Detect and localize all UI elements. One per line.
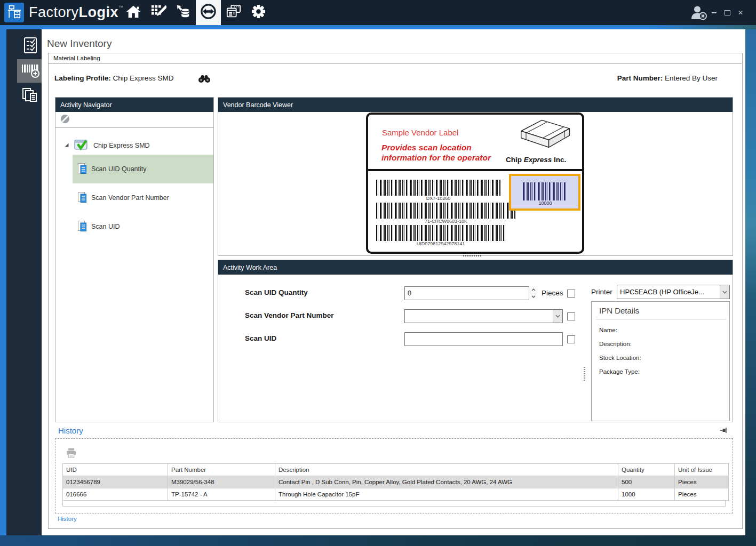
scan-vendor-part-number-checkbox[interactable] — [567, 312, 575, 320]
chip-express-company-name: Chip Express Inc. — [506, 156, 566, 164]
print-icon — [66, 451, 77, 460]
tree-expander-icon[interactable] — [64, 142, 69, 149]
tree-item-label: Scan Vendor Part Number — [91, 194, 169, 202]
binoculars-icon — [198, 76, 211, 85]
ipn-name-label: Name: — [599, 327, 617, 333]
reports-windows-icon — [226, 4, 242, 22]
history-row[interactable]: 0123456789 M39029/56-348 Contact Pin , D… — [63, 476, 729, 488]
sample-label-top-section: Sample Vendor Label Provides scan locati… — [368, 115, 582, 171]
barcode-caption-2: 71-CRCW0603-10K — [376, 219, 516, 224]
home-button[interactable] — [121, 0, 146, 25]
home-icon — [125, 4, 141, 22]
frame-accent-left — [0, 29, 6, 535]
history-link[interactable]: History — [58, 516, 77, 522]
labeling-button-active[interactable] — [196, 0, 221, 25]
scan-uid-quantity-checkbox[interactable] — [567, 290, 575, 298]
spin-up-icon[interactable] — [529, 286, 538, 293]
field-label-scan-vendor-part-number: Scan Vendor Part Number — [245, 311, 334, 319]
user-logout-icon — [690, 14, 708, 23]
navigator-toolbar — [55, 112, 213, 128]
ipn-details-title: IPN Details — [596, 302, 726, 319]
scan-uid-input[interactable] — [404, 332, 563, 346]
application-window: FactoryLogix™ — [0, 0, 756, 546]
history-section-title: History — [58, 426, 83, 435]
settings-gear-icon — [250, 3, 267, 22]
printer-dropdown-button[interactable] — [720, 285, 729, 299]
planning-grid-pencil-icon — [150, 4, 166, 22]
smd-chip-drawing — [508, 116, 583, 158]
tree-root-chip-express-smd[interactable]: Chip Express SMD — [64, 135, 150, 156]
sidebar-checklist-button[interactable] — [17, 35, 44, 58]
col-unit-of-issue[interactable]: Unit of Issue — [675, 464, 729, 476]
labeling-profile: Labeling Profile: Chip Express SMD — [54, 74, 174, 82]
labeling-profile-value: Chip Express SMD — [111, 74, 174, 82]
activity-document-icon — [77, 191, 87, 205]
vendor-barcode-viewer-header: Vendor Barcode Viewer — [218, 98, 733, 112]
sidebar-new-inventory-button[interactable] — [17, 59, 44, 83]
spin-down-icon[interactable] — [529, 293, 538, 300]
new-inventory-barcode-icon — [20, 61, 41, 81]
frame-accent-top — [0, 25, 756, 29]
sample-label-note: Provides scan location information for t… — [381, 142, 491, 163]
activity-navigator-header: Activity Navigator — [55, 98, 213, 112]
col-uid[interactable]: UID — [63, 464, 168, 476]
activity-document-icon — [77, 220, 87, 234]
app-logo — [4, 3, 24, 22]
barcode-quantity — [523, 182, 568, 200]
history-row[interactable]: 016666 TP-15742 - A Through Hole Capacit… — [63, 488, 729, 501]
titlebar: FactoryLogix™ — [0, 0, 756, 25]
combo-dropdown-button[interactable] — [553, 310, 562, 323]
sidebar-copy-documents-button[interactable] — [17, 85, 44, 108]
print-history-button[interactable] — [66, 447, 77, 461]
part-number-label: Part Number: — [617, 74, 663, 82]
printer-label: Printer — [591, 288, 612, 296]
window-controls: ✕ — [710, 0, 745, 25]
col-part-number[interactable]: Part Number — [168, 464, 275, 476]
horizontal-splitter-handle[interactable] — [463, 255, 482, 256]
scan-uid-checkbox[interactable] — [567, 335, 575, 343]
tree-item-scan-uid[interactable]: Scan UID — [77, 216, 120, 237]
col-description[interactable]: Description — [275, 464, 618, 476]
col-quantity[interactable]: Quantity — [618, 464, 675, 476]
tree-item-scan-vendor-part-number[interactable]: Scan Vendor Part Number — [77, 187, 169, 208]
blocked-circle-icon[interactable] — [60, 114, 70, 126]
material-button[interactable] — [171, 0, 196, 25]
vertical-splitter-handle[interactable] — [584, 367, 585, 382]
barcode-caption-1: DX7-10260 — [376, 196, 500, 201]
ipn-description-label: Description: — [599, 341, 632, 347]
logout-user-button[interactable] — [690, 4, 709, 21]
history-header-row: UID Part Number Description Quantity Uni… — [63, 464, 729, 476]
ipn-details-panel: IPN Details Name: Description: Stock Loc… — [591, 301, 730, 421]
frame-accent-bottom — [0, 535, 745, 546]
tree-item-label: Scan UID — [91, 223, 120, 230]
history-table-filler — [62, 500, 726, 507]
maximize-button[interactable] — [723, 9, 731, 17]
scan-vendor-part-number-combo[interactable] — [404, 309, 563, 323]
scan-uid-quantity-input[interactable] — [404, 286, 538, 300]
minimize-button[interactable] — [710, 9, 718, 17]
pin-icon — [720, 427, 728, 436]
close-button[interactable]: ✕ — [736, 9, 745, 17]
field-label-scan-uid-quantity: Scan UID Quantity — [245, 288, 308, 296]
checklist-icon — [22, 37, 39, 56]
tree-item-scan-uid-quantity[interactable]: Scan UID Quantity — [77, 158, 147, 180]
printer-select[interactable]: HPC5EACB (HP OfficeJe... — [617, 285, 730, 299]
find-profile-button[interactable] — [198, 75, 211, 85]
tree-root-label: Chip Express SMD — [93, 142, 150, 149]
barcode-caption-3: UID079812942978141 — [376, 241, 505, 246]
part-number: Part Number: Entered By User — [558, 74, 718, 82]
reports-button[interactable] — [221, 0, 246, 25]
ipn-stock-location-label: Stock Location: — [599, 355, 641, 361]
transfer-circle-arrows-icon — [200, 3, 217, 22]
barcode-part-number-1 — [376, 180, 500, 196]
tree-item-label: Scan UID Quantity — [91, 165, 147, 173]
frame-accent-right — [745, 29, 756, 546]
quantity-stepper[interactable] — [529, 286, 538, 300]
pin-button[interactable] — [720, 427, 728, 435]
barcode-caption-quantity: 10000 — [523, 200, 568, 206]
planning-button[interactable] — [146, 0, 171, 25]
tab-material-labeling[interactable]: Material Labeling — [53, 55, 100, 61]
settings-button[interactable] — [246, 0, 271, 25]
sample-label-heading: Sample Vendor Label — [382, 128, 458, 137]
brand-light: Factory — [29, 4, 79, 21]
